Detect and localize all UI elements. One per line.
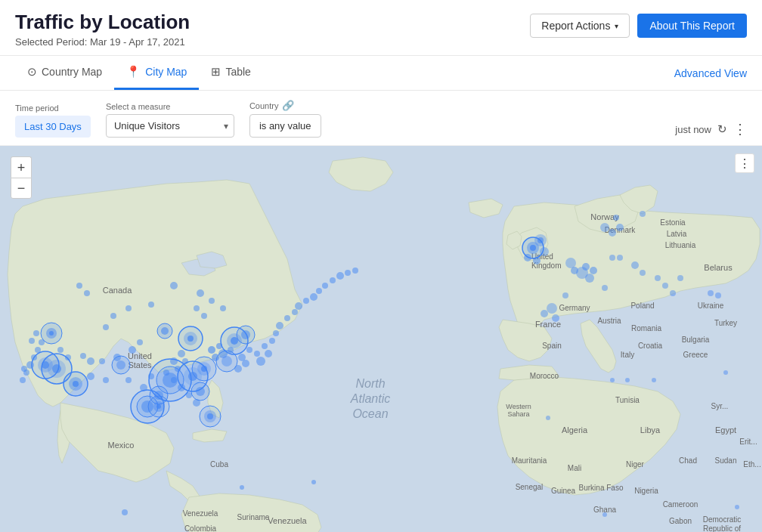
svg-point-208 — [640, 211, 646, 217]
svg-text:Mexico: Mexico — [108, 441, 135, 450]
svg-point-196 — [565, 258, 576, 268]
advanced-view-link[interactable]: Advanced View — [674, 58, 747, 88]
svg-point-155 — [352, 268, 358, 274]
svg-point-145 — [284, 315, 290, 321]
svg-point-160 — [31, 354, 37, 360]
svg-point-204 — [662, 283, 668, 289]
svg-text:Western: Western — [506, 403, 531, 410]
country-filter-button[interactable]: is any value — [249, 114, 321, 138]
svg-point-111 — [212, 354, 219, 361]
svg-point-119 — [171, 377, 177, 383]
svg-point-104 — [116, 360, 125, 370]
tab-table[interactable]: ⊞ Table — [199, 56, 262, 90]
svg-text:Venezuela: Venezuela — [268, 516, 307, 525]
country-label: Country — [249, 101, 279, 110]
report-actions-button[interactable]: Report Actions ▾ — [530, 14, 630, 38]
svg-point-176 — [220, 305, 226, 311]
svg-text:Germany: Germany — [559, 304, 590, 312]
measure-label: Select a measure — [106, 102, 234, 111]
about-report-button[interactable]: About This Report — [637, 14, 747, 38]
svg-point-193 — [547, 303, 557, 314]
controls-bar: Time period Last 30 Days Select a measur… — [0, 91, 762, 146]
svg-point-168 — [240, 485, 244, 490]
svg-text:Suriname: Suriname — [237, 513, 270, 521]
svg-text:Croatia: Croatia — [638, 342, 663, 350]
svg-text:Estonia: Estonia — [660, 218, 686, 227]
svg-point-126 — [80, 353, 86, 359]
svg-text:Mauritania: Mauritania — [512, 456, 547, 465]
measure-select[interactable]: Unique Visitors Sessions Pageviews Bounc… — [106, 114, 234, 138]
svg-point-212 — [562, 292, 568, 298]
zoom-out-button[interactable]: − — [11, 178, 32, 199]
svg-point-130 — [103, 377, 109, 383]
svg-point-144 — [276, 322, 283, 329]
svg-point-201 — [631, 261, 639, 269]
svg-text:Egypt: Egypt — [715, 425, 736, 435]
measure-group: Select a measure Unique Visitors Session… — [106, 102, 234, 138]
svg-point-128 — [57, 347, 64, 353]
country-group: Country 🔗 is any value — [249, 100, 321, 138]
svg-point-174 — [197, 289, 204, 297]
tab-city-map[interactable]: 📍 City Map — [114, 56, 199, 90]
svg-point-154 — [345, 270, 351, 276]
svg-point-147 — [295, 302, 302, 310]
svg-text:Morocco: Morocco — [530, 372, 559, 380]
svg-text:Cameroon: Cameroon — [663, 500, 698, 509]
page-header: Traffic by Location Selected Period: Mar… — [0, 0, 762, 56]
svg-text:Greece: Greece — [683, 351, 708, 359]
svg-text:Eth...: Eth... — [743, 460, 760, 469]
svg-text:Lithuania: Lithuania — [665, 241, 696, 249]
svg-point-122 — [137, 339, 143, 345]
pin-icon: 📍 — [126, 65, 141, 79]
svg-point-199 — [609, 229, 616, 237]
svg-text:Austria: Austria — [597, 317, 621, 325]
tabs-left: ⊙ Country Map 📍 City Map ⊞ Table — [15, 56, 263, 90]
svg-point-206 — [677, 275, 683, 281]
map-more-button[interactable]: ⋮ — [735, 153, 754, 173]
svg-point-137 — [242, 360, 249, 367]
more-options-button[interactable]: ⋮ — [733, 121, 747, 138]
svg-point-220 — [602, 512, 607, 517]
svg-text:Niger: Niger — [626, 460, 645, 469]
svg-point-131 — [125, 377, 132, 383]
svg-text:Democratic: Democratic — [703, 515, 742, 524]
world-map-svg: North Atlantic Ocean United States Canad… — [0, 146, 762, 532]
svg-point-164 — [21, 366, 27, 372]
svg-point-173 — [170, 282, 178, 289]
time-period-button[interactable]: Last 30 Days — [15, 116, 91, 138]
svg-point-152 — [330, 277, 336, 283]
tab-country-map[interactable]: ⊙ Country Map — [15, 56, 114, 90]
svg-text:Colombia: Colombia — [184, 524, 217, 532]
measure-select-wrapper: Unique Visitors Sessions Pageviews Bounc… — [106, 114, 234, 138]
map-container[interactable]: North Atlantic Ocean United States Canad… — [0, 146, 762, 532]
svg-text:Republic of: Republic of — [703, 524, 741, 532]
svg-point-107 — [208, 346, 215, 354]
svg-text:Syr...: Syr... — [711, 402, 729, 410]
svg-point-112 — [178, 350, 185, 357]
svg-text:Spain: Spain — [542, 342, 562, 350]
svg-point-159 — [35, 347, 41, 353]
svg-point-125 — [87, 357, 94, 365]
svg-text:Poland: Poland — [630, 302, 654, 310]
svg-point-113 — [182, 358, 188, 364]
svg-text:Atlantic: Atlantic — [350, 392, 390, 405]
svg-point-102 — [42, 361, 49, 369]
svg-point-209 — [609, 255, 615, 261]
svg-point-218 — [625, 378, 630, 382]
svg-text:Guinea: Guinea — [551, 487, 576, 495]
svg-text:Turkey: Turkey — [714, 319, 737, 327]
svg-point-205 — [670, 290, 676, 296]
svg-point-187 — [524, 254, 531, 261]
refresh-button[interactable]: ↻ — [717, 122, 727, 136]
svg-point-78 — [187, 336, 194, 342]
zoom-in-button[interactable]: + — [11, 156, 32, 178]
svg-text:Mali: Mali — [568, 464, 581, 472]
svg-point-179 — [110, 313, 116, 319]
svg-point-157 — [201, 313, 207, 319]
svg-point-221 — [735, 505, 739, 509]
svg-point-93 — [73, 381, 79, 387]
svg-point-217 — [610, 378, 615, 382]
svg-text:Ocean: Ocean — [352, 407, 388, 420]
svg-point-190 — [585, 274, 594, 283]
svg-point-219 — [652, 378, 656, 382]
